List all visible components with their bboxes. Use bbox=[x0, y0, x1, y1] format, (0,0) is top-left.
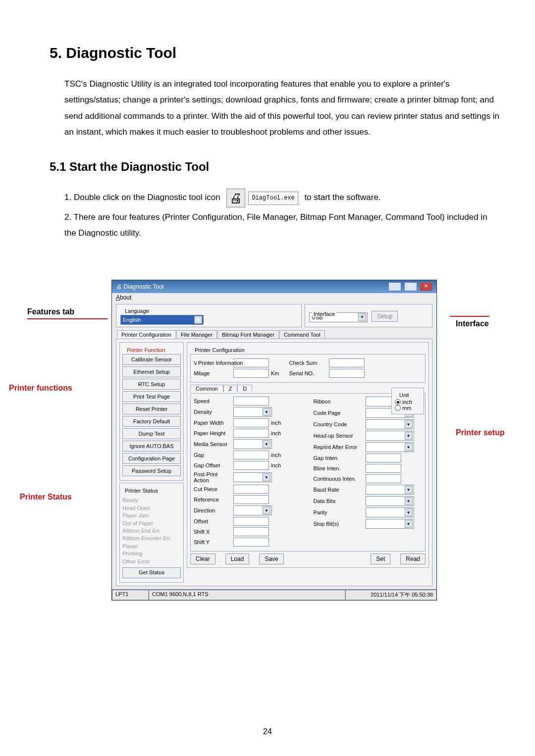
field-input[interactable] bbox=[233, 418, 269, 427]
tab-bitmap-font-manager[interactable]: Bitmap Font Manager bbox=[217, 330, 279, 339]
tab-command-tool[interactable]: Command Tool bbox=[279, 330, 325, 339]
unit-group: Unit inch mm bbox=[391, 388, 424, 414]
callout-printer-setup: Printer setup bbox=[456, 428, 505, 437]
close-icon[interactable]: ✕ bbox=[420, 282, 432, 291]
field-input[interactable] bbox=[366, 474, 401, 483]
menubar[interactable]: About bbox=[112, 293, 436, 302]
clear-button[interactable]: Clear bbox=[190, 554, 215, 564]
setup-head-up-sensor: Head-up Sensor▼ bbox=[314, 431, 423, 441]
language-select[interactable]: English▼ bbox=[120, 315, 204, 325]
setup-paper-height: Paper Heightinch bbox=[194, 429, 303, 438]
serialno-field[interactable] bbox=[329, 369, 365, 378]
setup-speed: Speed bbox=[194, 397, 303, 405]
subsection-heading: 5.1 Start the Diagnostic Tool bbox=[50, 160, 500, 174]
field-select[interactable]: ▼ bbox=[366, 485, 414, 495]
get-status-button[interactable]: Get Status bbox=[122, 567, 181, 578]
field-select[interactable]: ▼ bbox=[366, 442, 414, 452]
milage-field[interactable] bbox=[233, 369, 269, 378]
printer-function-group: Printer Function Calibrate Sensor Ethern… bbox=[119, 342, 184, 481]
field-select[interactable]: ▼ bbox=[233, 407, 272, 417]
field-input[interactable] bbox=[233, 397, 269, 405]
callout-features-tab: Features tab bbox=[27, 307, 74, 316]
unit-mm-radio[interactable]: mm bbox=[395, 405, 421, 411]
field-select[interactable]: ▼ bbox=[366, 419, 414, 429]
field-input[interactable] bbox=[233, 538, 269, 547]
field-input[interactable] bbox=[233, 485, 269, 494]
printer-configuration-group: Printer Configuration Printer Informatio… bbox=[187, 342, 429, 568]
setup-right-column: Ribbon▼Code Page▼Country Code▼Head-up Se… bbox=[314, 397, 423, 548]
tab-file-manager[interactable]: File Manager bbox=[176, 330, 217, 339]
unit-inch-radio[interactable]: inch bbox=[395, 399, 421, 405]
field-input[interactable] bbox=[233, 461, 269, 470]
setup-bline-inten-: Bline Inten. bbox=[314, 464, 423, 473]
read-button[interactable]: Read bbox=[400, 554, 426, 564]
field-select[interactable]: ▼ bbox=[233, 439, 272, 449]
setup-paper-width: Paper Widthinch bbox=[194, 418, 303, 427]
interface-setup-button[interactable]: Setup bbox=[372, 311, 398, 322]
section-heading: 5. Diagnostic Tool bbox=[50, 45, 500, 61]
setup-baud-rate: Baud Rate▼ bbox=[314, 485, 423, 495]
field-input[interactable] bbox=[233, 517, 269, 526]
field-select[interactable]: ▼ bbox=[233, 472, 272, 482]
setup-shift-y: Shift Y bbox=[194, 538, 303, 547]
fn-ignore-autobas[interactable]: Ignore AUTO.BAS bbox=[122, 441, 181, 452]
setup-stop-bit-s-: Stop Bit(s)▼ bbox=[314, 519, 423, 529]
field-select[interactable]: ▼ bbox=[366, 507, 414, 517]
fn-ethernet-setup[interactable]: Ethernet Setup bbox=[122, 366, 181, 377]
fn-reset-printer[interactable]: Reset Printer bbox=[122, 403, 181, 414]
window-titlebar: 🖨 Diagnostic Tool ‒ ▢ ✕ bbox=[112, 280, 436, 293]
feature-tabs: Printer Configuration File Manager Bitma… bbox=[117, 330, 436, 339]
callout-interface: Interface bbox=[456, 319, 489, 328]
setup-left-column: SpeedDensity▼Paper WidthinchPaper Height… bbox=[194, 397, 303, 548]
setup-gap-offset: Gap Offsetinch bbox=[194, 461, 303, 470]
field-select[interactable]: ▼ bbox=[366, 519, 414, 529]
setup-data-bits: Data Bits▼ bbox=[314, 496, 423, 506]
fn-rtc-setup[interactable]: RTC Setup bbox=[122, 379, 181, 390]
field-select[interactable]: ▼ bbox=[233, 505, 272, 515]
subtab-common[interactable]: Common bbox=[190, 385, 223, 392]
setup-post-print-action: Post-Print Action▼ bbox=[194, 471, 303, 483]
load-button[interactable]: Load bbox=[225, 554, 250, 564]
setup-cut-piece: Cut Piece bbox=[194, 485, 303, 494]
diagtool-app-icon: 🖨 bbox=[226, 189, 245, 207]
setup-shift-x: Shift X bbox=[194, 527, 303, 536]
chevron-down-icon: ▼ bbox=[358, 313, 366, 321]
setup-gap: Gapinch bbox=[194, 451, 303, 459]
field-select[interactable]: ▼ bbox=[366, 496, 414, 506]
maximize-icon[interactable]: ▢ bbox=[404, 282, 417, 291]
setup-offset: Offset bbox=[194, 517, 303, 526]
field-input[interactable] bbox=[233, 429, 269, 438]
setup-reference: Reference bbox=[194, 495, 303, 504]
window-controls[interactable]: ‒ ▢ ✕ bbox=[387, 282, 432, 291]
setup-continuous-inten-: Continuous Inten. bbox=[314, 474, 423, 483]
setup-media-sensor: Media Sensor▼ bbox=[194, 439, 303, 449]
subtab-z[interactable]: Z bbox=[223, 385, 238, 392]
subtab-d[interactable]: D bbox=[237, 385, 252, 392]
fn-password-setup[interactable]: Password Setup bbox=[122, 465, 181, 476]
fn-print-test-page[interactable]: Print Test Page bbox=[122, 391, 181, 402]
printer-information-group: Printer Information Version MilageKm Che… bbox=[190, 354, 426, 383]
fn-factory-default[interactable]: Factory Default bbox=[122, 416, 181, 427]
setup-reprint-after-error: Reprint After Error▼ bbox=[314, 442, 423, 452]
fn-dump-text[interactable]: Dump Text bbox=[122, 428, 181, 439]
step-2: 2. There are four features (Printer Conf… bbox=[64, 209, 500, 242]
field-input[interactable] bbox=[233, 495, 269, 504]
field-input[interactable] bbox=[366, 454, 401, 462]
field-input[interactable] bbox=[233, 451, 269, 459]
fn-calibrate-sensor[interactable]: Calibrate Sensor bbox=[122, 354, 181, 365]
setup-country-code: Country Code▼ bbox=[314, 419, 423, 429]
set-button[interactable]: Set bbox=[371, 554, 390, 564]
diagnostic-tool-window: 🖨 Diagnostic Tool ‒ ▢ ✕ About Language E… bbox=[111, 280, 437, 601]
fn-configuration-page[interactable]: Configuration Page bbox=[122, 453, 181, 464]
tab-printer-configuration[interactable]: Printer Configuration bbox=[117, 330, 176, 339]
setup-parity: Parity▼ bbox=[314, 507, 423, 517]
field-input[interactable] bbox=[366, 464, 401, 473]
printer-status-group: Printer Status Ready Head Open Paper Jam… bbox=[119, 483, 184, 583]
step-1: 1. Double click on the Diagnostic tool i… bbox=[64, 189, 500, 207]
setup-density: Density▼ bbox=[194, 407, 303, 417]
minimize-icon[interactable]: ‒ bbox=[388, 282, 401, 291]
field-select[interactable]: ▼ bbox=[366, 431, 414, 441]
field-input[interactable] bbox=[233, 527, 269, 536]
save-button[interactable]: Save bbox=[259, 554, 283, 564]
checksum-field[interactable] bbox=[329, 358, 365, 367]
